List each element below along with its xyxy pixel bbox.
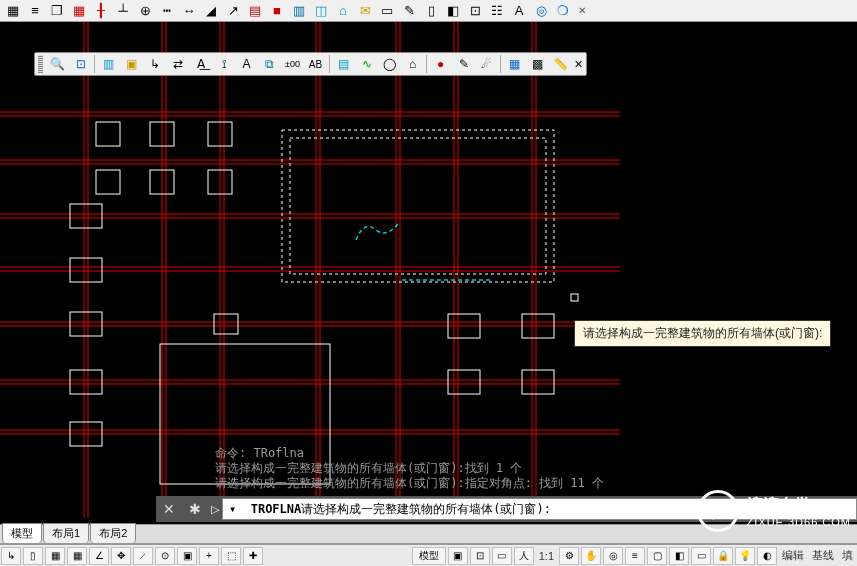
sb-model-button[interactable]: 模型	[412, 547, 446, 565]
tb-line-icon[interactable]: ┴	[113, 2, 133, 20]
tb-text-icon[interactable]: A	[509, 2, 529, 20]
svg-rect-28	[96, 122, 120, 146]
tb2-alabel-icon[interactable]: ⟟	[213, 54, 234, 74]
sb-icon-b[interactable]: ⊡	[470, 547, 490, 565]
svg-rect-31	[96, 170, 120, 194]
toolbar2-close-icon[interactable]: ✕	[574, 58, 583, 71]
sb-bulb-icon[interactable]: 💡	[735, 547, 755, 565]
tb-dimr-icon[interactable]: ↗	[223, 2, 243, 20]
sb-list-icon[interactable]: ≡	[625, 547, 645, 565]
tb-copy-icon[interactable]: ≡	[25, 2, 45, 20]
tb2-zoom-icon[interactable]: ⊡	[70, 54, 91, 74]
tb-arch-icon[interactable]: ⌂	[333, 2, 353, 20]
tb2-ruler-icon[interactable]: 📏	[550, 54, 571, 74]
tab-model[interactable]: 模型	[2, 523, 42, 543]
toolbar-close-icon[interactable]: ✕	[578, 5, 586, 16]
sb-gear-icon[interactable]: ⚙	[559, 547, 579, 565]
watermark-title: 溜溜自学	[747, 495, 851, 516]
sb-contrast-icon[interactable]: ◐	[757, 547, 777, 565]
sb-plus2-icon[interactable]: ✚	[243, 547, 263, 565]
svg-rect-43	[522, 370, 554, 394]
tb2-dim-icon[interactable]: ↳	[144, 54, 165, 74]
sb-icon-a[interactable]: ▣	[448, 547, 468, 565]
sb-person-icon[interactable]: 人	[514, 547, 534, 565]
tb2-box-icon[interactable]: ▣	[121, 54, 142, 74]
tb2-ab-icon[interactable]: AB	[305, 54, 326, 74]
play-icon	[697, 490, 739, 532]
tb2-wave-icon[interactable]: ∿	[356, 54, 377, 74]
cmd-prompt-icon: ▷	[208, 503, 222, 516]
sb-scr-icon[interactable]: ▭	[691, 547, 711, 565]
sb-3d-icon[interactable]: ⬚	[221, 547, 241, 565]
tb-book-icon[interactable]: ▯	[421, 2, 441, 20]
sb-baseline-label[interactable]: 基线	[808, 548, 838, 563]
tb2-section-icon[interactable]: ⧉	[259, 54, 280, 74]
svg-rect-36	[70, 312, 102, 336]
sb-scale[interactable]: 1:1	[535, 550, 558, 562]
sb-icon-c[interactable]: ▭	[492, 547, 512, 565]
svg-rect-35	[70, 258, 102, 282]
tb-wire-icon[interactable]: ⊡	[465, 2, 485, 20]
tb2-ameas-icon[interactable]: A͟	[190, 54, 211, 74]
tb2-plusminus-icon[interactable]: ±00	[282, 54, 303, 74]
tb2-letter-a-icon[interactable]: A	[236, 54, 257, 74]
tb-render-icon[interactable]: ◧	[443, 2, 463, 20]
sb-angle-icon[interactable]: ∠	[89, 547, 109, 565]
tab-layout2[interactable]: 布局2	[90, 523, 136, 543]
tb-cols-icon[interactable]: ▥	[289, 2, 309, 20]
tb-axis-icon[interactable]: ╂	[91, 2, 111, 20]
tb-info-icon[interactable]: ❍	[553, 2, 573, 20]
tb2-circle-icon[interactable]: ◯	[379, 54, 400, 74]
tb-dima-icon[interactable]: ◢	[201, 2, 221, 20]
tb-center-icon[interactable]: ⊕	[135, 2, 155, 20]
toolbar-grip-icon[interactable]	[38, 55, 43, 73]
tb-dash-icon[interactable]: ┅	[157, 2, 177, 20]
svg-rect-45	[282, 130, 554, 282]
sb-move-icon[interactable]: ✥	[111, 547, 131, 565]
sb-sheet-icon[interactable]: ▯	[23, 547, 43, 565]
tb2-tiles-icon[interactable]: ▩	[527, 54, 548, 74]
tb2-wave2-icon[interactable]: ☄	[476, 54, 497, 74]
command-prefix: TROFLNA	[251, 502, 302, 516]
tb-draw-icon[interactable]: ✎	[399, 2, 419, 20]
tb2-paint-icon[interactable]: ✎	[453, 54, 474, 74]
sb-edit-label[interactable]: 编辑	[778, 548, 808, 563]
sb-plus-icon[interactable]: +	[199, 547, 219, 565]
tb2-house-icon[interactable]: ⌂	[402, 54, 423, 74]
tb2-offset-icon[interactable]: ⇄	[167, 54, 188, 74]
drawing-canvas[interactable]	[0, 22, 857, 518]
tb-layers-icon[interactable]: ▦	[3, 2, 23, 20]
sb-box-icon[interactable]: ▢	[647, 547, 667, 565]
sb-hand-icon[interactable]: ✋	[581, 547, 601, 565]
sb-grid-icon[interactable]: ▦	[45, 547, 65, 565]
sb-curve-icon[interactable]: ⟋	[133, 547, 153, 565]
sb-lock-icon[interactable]: 🔒	[713, 547, 733, 565]
tb-plan-icon[interactable]: ◫	[311, 2, 331, 20]
tab-layout1[interactable]: 布局1	[43, 523, 89, 543]
tb-globe-icon[interactable]: ◎	[531, 2, 551, 20]
toolbar-top: ▦ ≡ ❐ ▦ ╂ ┴ ⊕ ┅ ↔ ◢ ↗ ▤ ■ ▥ ◫ ⌂ ✉ ▭ ✎ ▯ …	[0, 0, 857, 22]
tb-table-icon[interactable]: ▤	[245, 2, 265, 20]
tb-mail-icon[interactable]: ✉	[355, 2, 375, 20]
tb-dimh-icon[interactable]: ↔	[179, 2, 199, 20]
sb-arrow-icon[interactable]: ↳	[1, 547, 21, 565]
sb-app-icon[interactable]: ◧	[669, 547, 689, 565]
tb2-table-icon[interactable]: ▤	[333, 54, 354, 74]
tb2-search-icon[interactable]: 🔍	[47, 54, 68, 74]
tb2-view-icon[interactable]: ▦	[504, 54, 525, 74]
tb-stack-icon[interactable]: ❐	[47, 2, 67, 20]
tb-items-icon[interactable]: ☷	[487, 2, 507, 20]
history-line: 请选择构成一完整建筑物的所有墙体(或门窗):找到 1 个	[215, 461, 635, 476]
sb-grid2-icon[interactable]: ▦	[67, 547, 87, 565]
sb-fill-label[interactable]: 填	[838, 548, 857, 563]
tb-grid-icon[interactable]: ▦	[69, 2, 89, 20]
cmd-close-icon[interactable]: ✕	[158, 498, 180, 520]
sb-dot-icon[interactable]: ⊙	[155, 547, 175, 565]
sb-tiles-icon[interactable]: ▣	[177, 547, 197, 565]
sb-compass-icon[interactable]: ◎	[603, 547, 623, 565]
tb-doc-icon[interactable]: ▭	[377, 2, 397, 20]
tb2-sheet-icon[interactable]: ▥	[98, 54, 119, 74]
cmd-settings-icon[interactable]: ✱	[184, 498, 206, 520]
tb2-reddot-icon[interactable]: ●	[430, 54, 451, 74]
tb-red-icon[interactable]: ■	[267, 2, 287, 20]
